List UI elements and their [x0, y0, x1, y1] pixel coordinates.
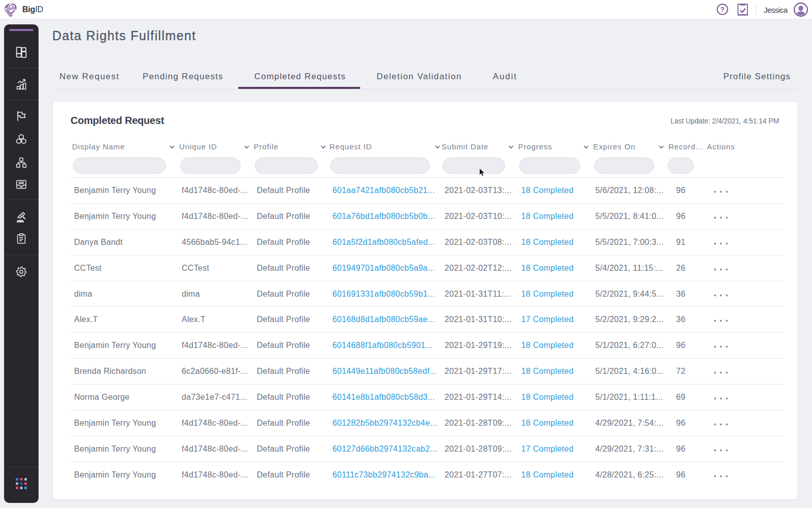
svg-text:?: ? — [720, 6, 724, 13]
